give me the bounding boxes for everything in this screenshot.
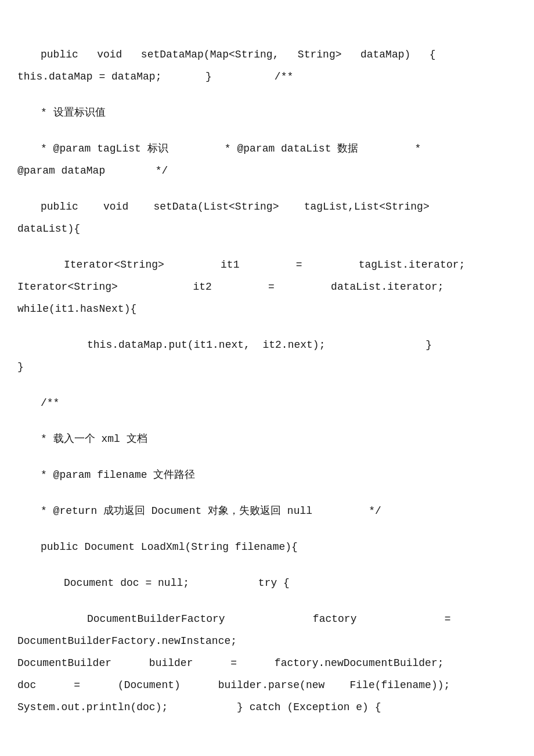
code-line (17, 523, 517, 537)
code-line (17, 415, 517, 429)
code-line: doc = (Document) builder.parse(new File(… (17, 675, 517, 696)
code-line: while(it1.hasNext){ (17, 298, 517, 319)
code-line: Iterator<String> it1 = tagList.iterator; (17, 254, 517, 275)
code-line: /** (17, 393, 517, 413)
code-line: public void setDataMap(Map<String, Strin… (17, 44, 517, 65)
code-line (17, 595, 517, 609)
code-line: * 设置标识值 (17, 102, 517, 123)
code-line (17, 379, 517, 393)
code-line: public void setData(List<String> tagList… (17, 196, 517, 217)
code-line: dataList){ (17, 218, 517, 239)
code-line: this.dataMap = dataMap; } /** (17, 66, 517, 87)
code-line: System.out.println(doc); } catch (Except… (17, 697, 517, 718)
code-line (17, 559, 517, 573)
code-line (17, 182, 517, 196)
code-line: this.dataMap.put(it1.next, it2.next); } (17, 334, 517, 355)
code-line (17, 88, 517, 102)
code-content: public void setDataMap(Map<String, Strin… (17, 23, 517, 718)
code-line: * @param filename 文件路径 (17, 465, 517, 485)
code-line: DocumentBuilderFactory factory = (17, 609, 517, 629)
code-line (17, 487, 517, 501)
code-line: Iterator<String> it2 = dataList.iterator… (17, 276, 517, 297)
code-line: public Document LoadXml(String filename)… (17, 537, 517, 557)
code-line: DocumentBuilder builder = factory.newDoc… (17, 653, 517, 674)
code-line: Document doc = null; try { (17, 573, 517, 593)
code-line (17, 451, 517, 465)
code-line: * 载入一个 xml 文档 (17, 429, 517, 449)
code-line (17, 124, 517, 138)
code-line: @param dataMap */ (17, 160, 517, 181)
code-line: DocumentBuilderFactory.newInstance; (17, 631, 517, 651)
code-line: * @param tagList 标识 * @param dataList 数据… (17, 138, 517, 159)
code-line (17, 321, 517, 334)
code-line: * @return 成功返回 Document 对象，失败返回 null */ (17, 501, 517, 521)
code-line: } (17, 357, 517, 377)
code-line (17, 240, 517, 254)
